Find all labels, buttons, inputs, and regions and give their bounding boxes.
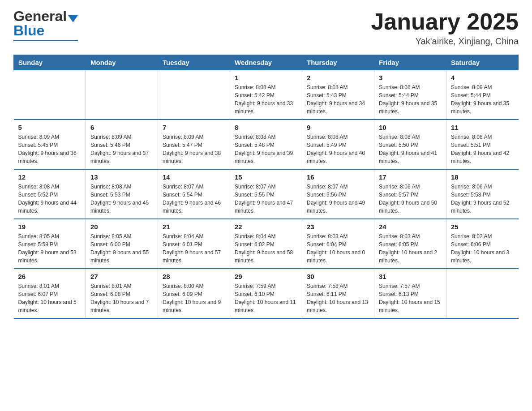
calendar-row: 26Sunrise: 8:01 AMSunset: 6:07 PMDayligh… bbox=[14, 269, 519, 318]
day-info: Sunrise: 8:08 AMSunset: 5:53 PMDaylight:… bbox=[90, 183, 153, 215]
day-number: 2 bbox=[307, 74, 369, 81]
table-row: 6Sunrise: 8:09 AMSunset: 5:46 PMDaylight… bbox=[86, 120, 158, 169]
day-info: Sunrise: 8:02 AMSunset: 6:06 PMDaylight:… bbox=[451, 232, 514, 265]
calendar-row: 5Sunrise: 8:09 AMSunset: 5:45 PMDaylight… bbox=[14, 120, 519, 169]
table-row: 24Sunrise: 8:03 AMSunset: 6:05 PMDayligh… bbox=[374, 219, 446, 269]
calendar-row: 19Sunrise: 8:05 AMSunset: 5:59 PMDayligh… bbox=[14, 219, 519, 269]
day-info: Sunrise: 8:09 AMSunset: 5:45 PMDaylight:… bbox=[18, 133, 82, 165]
table-row: 3Sunrise: 8:08 AMSunset: 5:44 PMDaylight… bbox=[374, 70, 446, 120]
table-row: 26Sunrise: 8:01 AMSunset: 6:07 PMDayligh… bbox=[14, 269, 86, 318]
day-info: Sunrise: 8:09 AMSunset: 5:47 PMDaylight:… bbox=[163, 133, 225, 165]
table-row: 17Sunrise: 8:06 AMSunset: 5:57 PMDayligh… bbox=[374, 169, 446, 219]
day-number: 14 bbox=[163, 173, 225, 181]
table-row: 18Sunrise: 8:06 AMSunset: 5:58 PMDayligh… bbox=[446, 169, 519, 219]
day-number: 9 bbox=[307, 124, 369, 131]
day-info: Sunrise: 8:08 AMSunset: 5:42 PMDaylight:… bbox=[235, 83, 297, 116]
day-info: Sunrise: 8:05 AMSunset: 5:59 PMDaylight:… bbox=[18, 232, 82, 265]
day-info: Sunrise: 8:06 AMSunset: 5:57 PMDaylight:… bbox=[379, 183, 442, 215]
day-number: 16 bbox=[307, 173, 369, 181]
calendar-row: 1Sunrise: 8:08 AMSunset: 5:42 PMDaylight… bbox=[14, 70, 519, 120]
day-info: Sunrise: 8:08 AMSunset: 5:52 PMDaylight:… bbox=[18, 183, 82, 215]
table-row: 10Sunrise: 8:08 AMSunset: 5:50 PMDayligh… bbox=[374, 120, 446, 169]
table-row: 8Sunrise: 8:08 AMSunset: 5:48 PMDaylight… bbox=[230, 120, 302, 169]
day-number: 8 bbox=[235, 124, 297, 131]
table-row: 15Sunrise: 8:07 AMSunset: 5:55 PMDayligh… bbox=[230, 169, 302, 219]
calendar-title: January 2025 bbox=[371, 9, 519, 34]
table-row bbox=[446, 269, 519, 318]
table-row: 14Sunrise: 8:07 AMSunset: 5:54 PMDayligh… bbox=[158, 169, 230, 219]
day-info: Sunrise: 8:03 AMSunset: 6:04 PMDaylight:… bbox=[307, 232, 369, 265]
table-row: 19Sunrise: 8:05 AMSunset: 5:59 PMDayligh… bbox=[14, 219, 86, 269]
table-row bbox=[86, 70, 158, 120]
logo-triangle-icon bbox=[68, 15, 78, 22]
day-number: 20 bbox=[90, 223, 153, 231]
logo-blue: Blue bbox=[13, 22, 44, 39]
day-number: 17 bbox=[379, 173, 442, 181]
day-number: 4 bbox=[451, 74, 514, 81]
table-row: 22Sunrise: 8:04 AMSunset: 6:02 PMDayligh… bbox=[230, 219, 302, 269]
day-info: Sunrise: 8:08 AMSunset: 5:49 PMDaylight:… bbox=[307, 133, 369, 165]
day-info: Sunrise: 8:09 AMSunset: 5:44 PMDaylight:… bbox=[451, 83, 514, 116]
day-info: Sunrise: 8:08 AMSunset: 5:48 PMDaylight:… bbox=[235, 133, 297, 165]
day-number: 13 bbox=[90, 173, 153, 181]
title-block: January 2025 Yak'airike, Xinjiang, China bbox=[371, 9, 519, 47]
day-info: Sunrise: 8:01 AMSunset: 6:07 PMDaylight:… bbox=[18, 282, 82, 314]
day-number: 29 bbox=[235, 273, 297, 280]
table-row: 31Sunrise: 7:57 AMSunset: 6:13 PMDayligh… bbox=[374, 269, 446, 318]
col-monday: Monday bbox=[86, 55, 158, 70]
day-number: 23 bbox=[307, 223, 369, 231]
day-info: Sunrise: 8:08 AMSunset: 5:51 PMDaylight:… bbox=[451, 133, 514, 165]
table-row: 29Sunrise: 7:59 AMSunset: 6:10 PMDayligh… bbox=[230, 269, 302, 318]
day-info: Sunrise: 8:08 AMSunset: 5:50 PMDaylight:… bbox=[379, 133, 442, 165]
day-number: 15 bbox=[235, 173, 297, 181]
day-number: 6 bbox=[90, 124, 153, 131]
logo-general: General bbox=[13, 9, 67, 23]
calendar-table: Sunday Monday Tuesday Wednesday Thursday… bbox=[13, 55, 519, 319]
day-number: 10 bbox=[379, 124, 442, 131]
table-row: 7Sunrise: 8:09 AMSunset: 5:47 PMDaylight… bbox=[158, 120, 230, 169]
day-number: 12 bbox=[18, 173, 82, 181]
table-row: 9Sunrise: 8:08 AMSunset: 5:49 PMDaylight… bbox=[302, 120, 374, 169]
day-info: Sunrise: 8:06 AMSunset: 5:58 PMDaylight:… bbox=[451, 183, 514, 215]
day-info: Sunrise: 7:58 AMSunset: 6:11 PMDaylight:… bbox=[307, 282, 369, 314]
table-row: 1Sunrise: 8:08 AMSunset: 5:42 PMDaylight… bbox=[230, 70, 302, 120]
table-row bbox=[158, 70, 230, 120]
col-thursday: Thursday bbox=[302, 55, 374, 70]
day-info: Sunrise: 8:04 AMSunset: 6:01 PMDaylight:… bbox=[163, 232, 225, 265]
day-number: 25 bbox=[451, 223, 514, 231]
table-row: 20Sunrise: 8:05 AMSunset: 6:00 PMDayligh… bbox=[86, 219, 158, 269]
day-info: Sunrise: 8:07 AMSunset: 5:56 PMDaylight:… bbox=[307, 183, 369, 215]
day-info: Sunrise: 8:07 AMSunset: 5:54 PMDaylight:… bbox=[163, 183, 225, 215]
day-number: 24 bbox=[379, 223, 442, 231]
table-row bbox=[14, 70, 86, 120]
table-row: 28Sunrise: 8:00 AMSunset: 6:09 PMDayligh… bbox=[158, 269, 230, 318]
logo-underline bbox=[13, 40, 78, 41]
table-row: 16Sunrise: 8:07 AMSunset: 5:56 PMDayligh… bbox=[302, 169, 374, 219]
day-number: 21 bbox=[163, 223, 225, 231]
table-row: 2Sunrise: 8:08 AMSunset: 5:43 PMDaylight… bbox=[302, 70, 374, 120]
page-header: General Blue January 2025 Yak'airike, Xi… bbox=[13, 9, 519, 47]
day-info: Sunrise: 8:08 AMSunset: 5:44 PMDaylight:… bbox=[379, 83, 442, 116]
table-row: 21Sunrise: 8:04 AMSunset: 6:01 PMDayligh… bbox=[158, 219, 230, 269]
day-info: Sunrise: 8:01 AMSunset: 6:08 PMDaylight:… bbox=[90, 282, 153, 314]
day-number: 11 bbox=[451, 124, 514, 131]
day-info: Sunrise: 7:59 AMSunset: 6:10 PMDaylight:… bbox=[235, 282, 297, 314]
logo: General Blue bbox=[13, 9, 78, 41]
table-row: 13Sunrise: 8:08 AMSunset: 5:53 PMDayligh… bbox=[86, 169, 158, 219]
col-sunday: Sunday bbox=[14, 55, 86, 70]
day-number: 30 bbox=[307, 273, 369, 280]
col-wednesday: Wednesday bbox=[230, 55, 302, 70]
table-row: 30Sunrise: 7:58 AMSunset: 6:11 PMDayligh… bbox=[302, 269, 374, 318]
calendar-header-row: Sunday Monday Tuesday Wednesday Thursday… bbox=[14, 55, 519, 70]
day-number: 31 bbox=[379, 273, 442, 280]
day-number: 1 bbox=[235, 74, 297, 81]
day-number: 28 bbox=[163, 273, 225, 280]
day-number: 22 bbox=[235, 223, 297, 231]
calendar-row: 12Sunrise: 8:08 AMSunset: 5:52 PMDayligh… bbox=[14, 169, 519, 219]
day-number: 19 bbox=[18, 223, 82, 231]
table-row: 27Sunrise: 8:01 AMSunset: 6:08 PMDayligh… bbox=[86, 269, 158, 318]
table-row: 12Sunrise: 8:08 AMSunset: 5:52 PMDayligh… bbox=[14, 169, 86, 219]
day-number: 5 bbox=[18, 124, 82, 131]
day-number: 18 bbox=[451, 173, 514, 181]
col-tuesday: Tuesday bbox=[158, 55, 230, 70]
